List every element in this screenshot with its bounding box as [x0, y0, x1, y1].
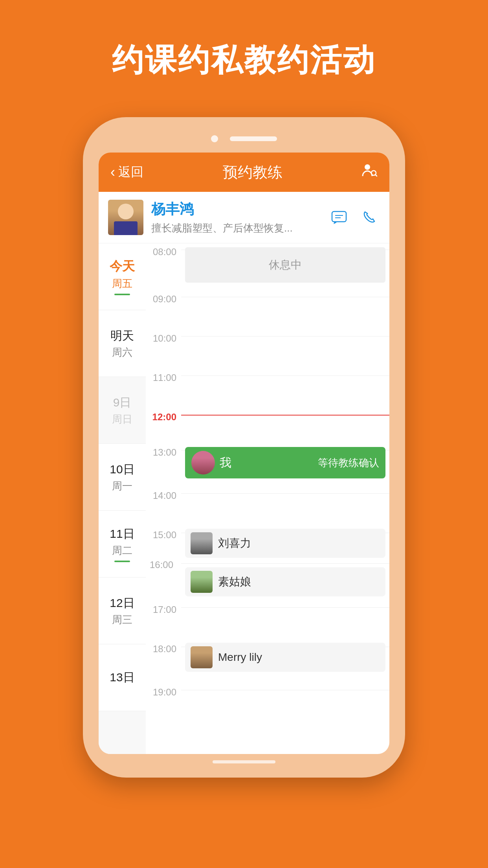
- day11-underline: [114, 561, 130, 562]
- time-label-1500: 15:00: [146, 526, 181, 541]
- date-10-weekday: 周一: [112, 479, 132, 493]
- date-item-12[interactable]: 12日 周三: [99, 577, 146, 644]
- time-label-1000: 10:00: [146, 330, 181, 344]
- time-label-1900: 19:00: [146, 684, 181, 698]
- trainer-description: 擅长减脂塑型、产后体型恢复...: [151, 221, 320, 235]
- time-slot-1200: 12:00: [146, 408, 389, 444]
- time-slot-0900: 09:00: [146, 291, 389, 330]
- phone-speaker-bar: [230, 136, 277, 141]
- svg-point-0: [365, 164, 370, 170]
- back-label: 返回: [118, 164, 143, 181]
- sugouniang-avatar: [191, 571, 213, 593]
- date-tomorrow-weekday: 周六: [112, 346, 132, 359]
- date-9-label: 9日: [113, 395, 132, 411]
- phone-device: ‹ 返回 预约教练 杨丰鸿 擅长减脂塑型、产后体型恢复...: [83, 117, 405, 778]
- time-slot-1800: 18:00 Merry lily: [146, 640, 389, 684]
- time-label-1200: 12:00: [146, 408, 181, 423]
- date-item-tomorrow[interactable]: 明天 周六: [99, 310, 146, 377]
- time-slot-1100: 11:00: [146, 369, 389, 408]
- booking-status: 等待教练确认: [318, 456, 379, 470]
- phone-top-area: [83, 117, 405, 153]
- time-label-1800: 18:00: [146, 640, 181, 655]
- header-title: 预约教练: [223, 162, 283, 182]
- back-chevron-icon: ‹: [110, 164, 115, 180]
- time-label-1400: 14:00: [146, 487, 181, 501]
- time-content-1500: 刘喜力 16:00 素姑娘: [181, 526, 389, 601]
- date-11-weekday: 周二: [112, 544, 132, 557]
- user-slot-merrylily[interactable]: Merry lily: [185, 643, 385, 672]
- date-12-label: 12日: [110, 595, 134, 611]
- svg-line-2: [375, 175, 377, 176]
- booking-my-name: 我: [220, 455, 231, 471]
- liuxili-name: 刘喜力: [218, 536, 251, 551]
- time-label-0900: 09:00: [146, 291, 181, 305]
- merrylily-name: Merry lily: [218, 651, 262, 664]
- date-today-label: 今天: [110, 258, 135, 275]
- time-slot-0800: 08:00 休息中: [146, 243, 389, 291]
- time-label-1700: 17:00: [146, 601, 181, 615]
- time-label-1100: 11:00: [146, 369, 181, 383]
- message-button[interactable]: [328, 208, 350, 227]
- schedule-area: 08:00 休息中 09:00 10:00: [146, 243, 389, 754]
- liuxili-avatar: [191, 532, 213, 554]
- time-content-1300: 我 等待教练确认: [181, 444, 389, 482]
- time-slot-1400: 14:00: [146, 487, 389, 526]
- merrylily-avatar: [191, 646, 213, 668]
- date-today-weekday: 周五: [112, 277, 132, 291]
- time-slot-1900: 19:00: [146, 684, 389, 723]
- time-label-1300: 13:00: [146, 444, 181, 458]
- time-slot-1300[interactable]: 13:00 我 等待教练确认: [146, 444, 389, 487]
- date-item-9[interactable]: 9日 周日: [99, 377, 146, 444]
- trainer-bar: 杨丰鸿 擅长减脂塑型、产后体型恢复...: [99, 192, 389, 243]
- date-10-label: 10日: [110, 462, 134, 478]
- rest-slot: 休息中: [185, 247, 385, 283]
- time-slot-1000: 10:00: [146, 330, 389, 369]
- phone-button[interactable]: [358, 208, 380, 227]
- date-sidebar: 今天 周五 明天 周六 9日 周日 10日 周一: [99, 243, 146, 754]
- time-slot-1700: 17:00: [146, 601, 389, 640]
- rest-label: 休息中: [269, 257, 302, 272]
- phone-dot: [211, 135, 218, 142]
- my-booking-slot[interactable]: 我 等待教练确认: [185, 447, 385, 478]
- date-tomorrow-label: 明天: [110, 328, 134, 344]
- back-button[interactable]: ‹ 返回: [110, 164, 143, 181]
- app-header: ‹ 返回 预约教练: [99, 153, 389, 192]
- person-settings-icon[interactable]: [362, 164, 378, 181]
- user-slot-liuxili[interactable]: 刘喜力: [185, 529, 385, 558]
- trainer-info: 杨丰鸿 擅长减脂塑型、产后体型恢复...: [151, 200, 320, 235]
- date-12-weekday: 周三: [112, 613, 132, 627]
- svg-rect-3: [332, 211, 346, 222]
- trainer-name: 杨丰鸿: [151, 200, 320, 219]
- date-item-10[interactable]: 10日 周一: [99, 444, 146, 511]
- time-content-1800: Merry lily: [181, 640, 389, 677]
- sugouniang-name: 素姑娘: [218, 574, 251, 589]
- date-item-today[interactable]: 今天 周五: [99, 243, 146, 310]
- user-slot-sugouniang[interactable]: 素姑娘: [185, 567, 385, 596]
- date-item-11[interactable]: 11日 周二: [99, 511, 146, 577]
- today-underline: [114, 294, 130, 295]
- time-slot-1500: 15:00 刘喜力 16:00: [146, 526, 389, 601]
- date-11-label: 11日: [110, 526, 134, 542]
- phone-home-bar[interactable]: [213, 760, 275, 763]
- date-13-label: 13日: [110, 669, 134, 686]
- trainer-actions: [328, 208, 380, 227]
- my-avatar: [191, 451, 215, 474]
- time-content-0800: 休息中: [181, 243, 389, 286]
- date-9-weekday: 周日: [112, 412, 132, 426]
- trainer-avatar: [108, 200, 143, 235]
- phone-screen: ‹ 返回 预约教练 杨丰鸿 擅长减脂塑型、产后体型恢复...: [99, 153, 389, 754]
- date-item-13[interactable]: 13日: [99, 644, 146, 711]
- page-title: 约课约私教约活动: [112, 39, 376, 82]
- content-area: 今天 周五 明天 周六 9日 周日 10日 周一: [99, 243, 389, 754]
- time-label-0800: 08:00: [146, 243, 181, 257]
